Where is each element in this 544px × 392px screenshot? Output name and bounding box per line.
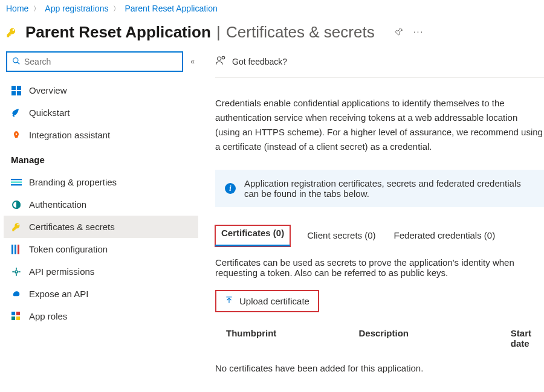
svg-rect-3 (17, 86, 21, 90)
page-section: Certificates & secrets (226, 23, 375, 41)
sidebar-item-integration-assistant[interactable]: Integration assistant (4, 124, 198, 146)
sidebar-item-label: Token configuration (29, 244, 108, 254)
svg-rect-18 (11, 312, 15, 315)
chevron-right-icon: 〉 (33, 4, 40, 13)
sidebar-item-branding[interactable]: Branding & properties (4, 171, 198, 193)
certificates-tab-description: Certificates can be used as secrets to p… (215, 246, 544, 290)
breadcrumb-home[interactable]: Home (6, 4, 28, 13)
svg-rect-19 (16, 312, 20, 315)
key-icon (6, 24, 17, 41)
feedback-icon (215, 55, 226, 68)
sidebar-item-label: Integration assistant (29, 130, 110, 140)
rocket-icon (11, 130, 22, 140)
sidebar-item-label: Quickstart (29, 108, 70, 118)
certificates-table-header: Thumbprint Description Start date (215, 312, 544, 351)
app-roles-icon (11, 312, 22, 321)
main-content: Got feedback? Credentials enable confide… (198, 48, 544, 385)
sidebar-item-api-permissions[interactable]: API permissions (4, 260, 198, 283)
authentication-icon (11, 200, 22, 210)
sidebar-item-label: App roles (29, 311, 67, 321)
pin-icon[interactable] (394, 27, 404, 38)
search-input[interactable] (24, 57, 177, 66)
info-banner: i Application registration certificates,… (215, 170, 544, 207)
tab-client-secrets[interactable]: Client secrets (0) (306, 225, 377, 246)
svg-rect-11 (15, 245, 16, 254)
chevron-right-icon: 〉 (113, 4, 120, 13)
column-start-date: Start date (511, 328, 544, 349)
page-title: Parent Reset Application | Certificates … (25, 23, 375, 42)
svg-rect-21 (16, 316, 20, 320)
breadcrumb-current: Parent Reset Application (125, 4, 217, 13)
sidebar-item-overview[interactable]: Overview (4, 79, 198, 101)
feedback-label: Got feedback? (232, 57, 287, 66)
sidebar-item-authentication[interactable]: Authentication (4, 193, 198, 216)
upload-icon (225, 296, 233, 306)
svg-rect-12 (18, 245, 19, 254)
page-title-row: Parent Reset Application | Certificates … (0, 14, 544, 48)
token-icon (11, 245, 22, 254)
sidebar-item-label: Expose an API (29, 289, 88, 299)
breadcrumb-app-registrations[interactable]: App registrations (45, 4, 108, 13)
title-actions: ··· (394, 27, 424, 38)
svg-rect-2 (11, 86, 16, 90)
sidebar-item-token-configuration[interactable]: Token configuration (4, 238, 198, 260)
svg-point-22 (218, 57, 221, 60)
expose-api-icon (11, 289, 22, 299)
sidebar-item-label: Overview (29, 85, 67, 95)
overview-icon (11, 86, 22, 95)
svg-point-13 (15, 271, 18, 273)
sidebar-item-quickstart[interactable]: Quickstart (4, 101, 198, 124)
svg-point-23 (222, 56, 225, 59)
search-input-container[interactable] (6, 51, 183, 72)
breadcrumb: Home 〉 App registrations 〉 Parent Reset … (0, 0, 544, 14)
sidebar-item-app-roles[interactable]: App roles (4, 305, 198, 327)
quickstart-icon (11, 108, 22, 118)
credential-tabs: Certificates (0) Client secrets (0) Fede… (215, 207, 544, 246)
tab-certificates[interactable]: Certificates (0) (215, 225, 290, 246)
svg-rect-6 (11, 179, 22, 180)
sidebar-item-expose-api[interactable]: Expose an API (4, 283, 198, 305)
credentials-description: Credentials enable confidential applicat… (215, 78, 544, 170)
empty-certificates-message: No certificates have been added for this… (215, 351, 544, 385)
sidebar: « Overview Quickstart Integration assist… (0, 48, 198, 385)
api-permissions-icon (11, 267, 22, 277)
branding-icon (11, 178, 22, 187)
info-banner-text: Application registration certificates, s… (244, 178, 534, 199)
svg-rect-20 (11, 316, 15, 320)
sidebar-item-label: API permissions (29, 266, 94, 277)
collapse-sidebar-icon[interactable]: « (190, 57, 195, 66)
sidebar-item-label: Branding & properties (29, 177, 117, 187)
svg-line-1 (18, 62, 20, 64)
upload-certificate-label: Upload certificate (239, 296, 309, 306)
column-description: Description (358, 328, 474, 349)
more-icon[interactable]: ··· (413, 27, 424, 38)
sidebar-section-manage: Manage (4, 146, 198, 171)
search-icon (12, 57, 21, 67)
sidebar-item-label: Authentication (29, 199, 86, 210)
sidebar-item-label: Certificates & secrets (29, 222, 115, 232)
svg-rect-5 (17, 91, 21, 95)
svg-rect-10 (11, 245, 13, 254)
upload-certificate-button[interactable]: Upload certificate (215, 290, 319, 312)
info-icon: i (225, 183, 236, 194)
key-icon (11, 222, 22, 232)
svg-point-0 (13, 57, 18, 62)
feedback-link[interactable]: Got feedback? (215, 50, 544, 78)
svg-rect-7 (11, 181, 22, 182)
svg-rect-4 (11, 91, 16, 95)
svg-rect-8 (11, 184, 22, 185)
title-separator: | (216, 23, 221, 41)
tab-federated-credentials[interactable]: Federated credentials (0) (393, 225, 497, 246)
column-thumbprint: Thumbprint (226, 328, 322, 349)
app-name: Parent Reset Application (25, 23, 211, 41)
sidebar-item-certificates-secrets[interactable]: Certificates & secrets (4, 216, 198, 238)
